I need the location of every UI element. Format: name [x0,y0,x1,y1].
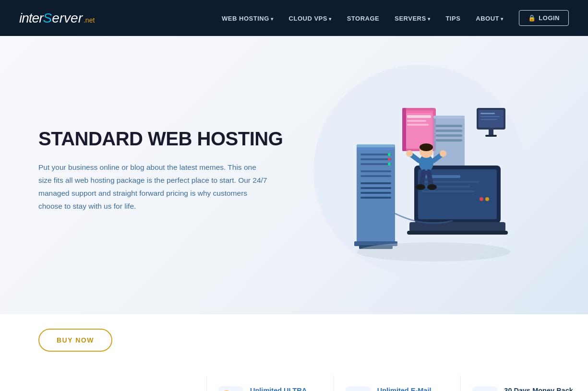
svg-rect-6 [360,175,391,177]
nav-item-web-hosting[interactable]: WEB HOSTING [222,14,273,23]
svg-line-47 [421,172,424,185]
svg-point-46 [440,150,446,157]
hero-illustration-area [288,65,550,276]
svg-rect-55 [480,113,495,114]
hero-circle-bg [313,65,525,276]
hero-title: STANDARD WEB HOSTING [38,128,288,149]
svg-rect-5 [360,170,391,172]
feature-item-email: Unlimited E-Mail Accounts [334,376,461,391]
logo-s-letter: S [43,11,52,26]
feature-text-email: Unlimited E-Mail Accounts [377,386,449,391]
svg-rect-11 [360,182,391,184]
svg-rect-39 [407,231,508,235]
svg-rect-12 [360,187,391,189]
svg-line-48 [429,172,431,185]
nav-item-tips[interactable]: TIPS [445,14,460,23]
buy-now-button[interactable]: BUY NOW [38,329,112,352]
logo-net: .net [84,16,95,24]
svg-rect-38 [409,222,505,232]
hero-description: Put your business online or blog about t… [38,161,269,213]
storage-icon-box [218,386,243,391]
svg-point-8 [388,158,391,161]
svg-rect-52 [479,110,504,128]
nav-links: WEB HOSTING CLOUD VPS STORAGE SERVERS TI… [222,10,569,26]
svg-rect-28 [436,139,462,142]
svg-rect-56 [480,116,500,117]
svg-point-45 [406,150,413,157]
svg-rect-4 [360,163,391,165]
svg-point-58 [357,242,510,261]
svg-rect-22 [402,108,406,151]
nav-item-cloud-vps[interactable]: CLOUD VPS [289,14,332,23]
feature-item-ssd-storage: Unlimited ULTRA SSD Storage [207,376,334,391]
hero-section: STANDARD WEB HOSTING Put your business o… [0,36,588,314]
svg-point-7 [388,153,391,156]
email-link[interactable]: Unlimited E-Mail Accounts [377,387,432,391]
svg-rect-3 [360,158,391,160]
svg-rect-14 [360,197,391,199]
svg-rect-35 [422,190,475,192]
login-label: LOGIN [539,14,560,22]
ssd-storage-link[interactable]: Unlimited ULTRA SSD Storage [250,387,307,391]
nav-link-tips[interactable]: TIPS [445,15,460,22]
nav-item-about[interactable]: ABOUT [476,14,504,23]
svg-point-50 [427,184,437,190]
svg-rect-29 [433,116,465,118]
login-button-wrapper[interactable]: 🔒 LOGIN [519,10,569,26]
svg-rect-57 [480,119,497,120]
nav-item-servers[interactable]: SERVERS [395,14,430,23]
feature-item-money-back: $ 30 Days Money Back Guarantee [461,376,588,391]
svg-rect-27 [436,134,462,137]
email-icon-box [346,386,371,391]
buy-now-section: BUY NOW [0,314,588,371]
navbar: interServer.net WEB HOSTING CLOUD VPS ST… [0,0,588,36]
features-grid: Unlimited ULTRA SSD Storage Unlimited E-… [206,376,588,391]
hero-illustration-svg [318,79,520,261]
svg-point-36 [480,197,483,201]
login-button[interactable]: 🔒 LOGIN [519,10,569,26]
lock-icon: 🔒 [528,14,536,22]
nav-link-cloud-vps[interactable]: CLOUD VPS [289,15,332,22]
svg-point-42 [420,143,433,151]
logo-inter: inter [19,11,43,26]
svg-rect-53 [489,129,493,136]
nav-link-servers[interactable]: SERVERS [395,15,430,22]
feature-text-money-back: 30 Days Money Back Guarantee [504,386,576,391]
money-back-icon-box: $ [472,386,497,391]
svg-point-49 [416,184,425,190]
logo-erver: erver [52,11,83,26]
nav-link-about[interactable]: ABOUT [476,15,504,22]
svg-rect-23 [406,113,432,149]
svg-rect-13 [360,192,391,194]
nav-link-storage[interactable]: STORAGE [347,15,380,22]
hero-content: STANDARD WEB HOSTING Put your business o… [38,128,288,213]
svg-rect-25 [436,125,462,127]
svg-point-37 [485,197,489,201]
svg-rect-10 [357,144,395,147]
svg-rect-2 [360,154,391,155]
feature-text-ssd-storage: Unlimited ULTRA SSD Storage [250,386,322,391]
features-image-column: ))) ~ [0,376,206,391]
nav-item-storage[interactable]: STORAGE [347,14,380,23]
svg-rect-26 [436,130,462,132]
features-section: ))) ~ [0,371,588,391]
svg-rect-54 [485,135,497,137]
svg-point-9 [388,163,391,166]
logo[interactable]: interServer.net [19,11,95,26]
nav-link-web-hosting[interactable]: WEB HOSTING [222,15,273,22]
